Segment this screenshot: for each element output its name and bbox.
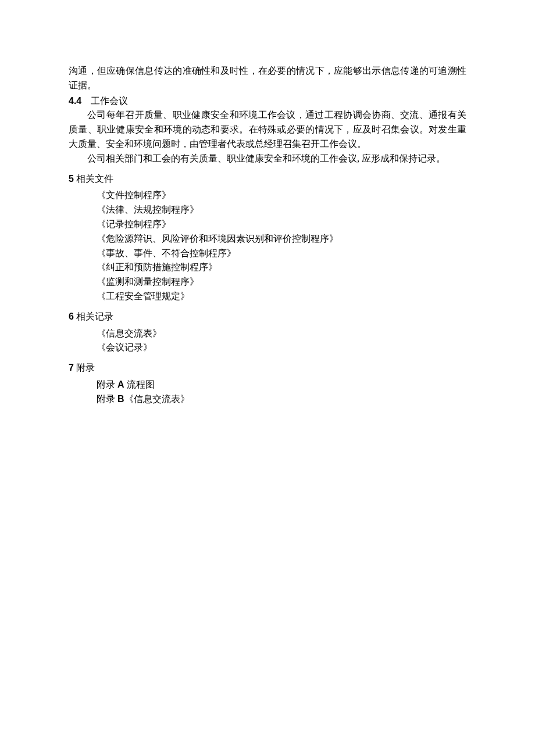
list-item: 《危险源辩识、风险评价和环境因素识别和评价控制程序》 xyxy=(69,232,466,246)
heading-title: 相关文件 xyxy=(74,174,113,184)
appendix-suffix: 《信息交流表》 xyxy=(124,394,190,404)
list-item: 《记录控制程序》 xyxy=(69,217,466,232)
heading-number: 7 xyxy=(69,363,74,372)
appendix-suffix: 流程图 xyxy=(124,379,155,389)
heading-title: 工作会议 xyxy=(91,96,128,106)
paragraph-continuation: 沟通，但应确保信息传达的准确性和及时性，在必要的情况下，应能够出示信息传递的可追… xyxy=(69,64,466,93)
heading-5: 5 相关文件 xyxy=(69,172,466,187)
list-item: 《会议记录》 xyxy=(69,341,466,355)
paragraph-4-4-2: 公司相关部门和工会的有关质量、职业健康安全和环境的工作会议, 应形成和保持记录。 xyxy=(69,152,466,166)
appendix-letter: A xyxy=(117,379,124,389)
appendix-prefix: 附录 xyxy=(97,394,117,404)
list-item: 《纠正和预防措施控制程序》 xyxy=(69,260,466,275)
heading-6: 6 相关记录 xyxy=(69,310,466,324)
list-related-documents: 《文件控制程序》 《法律、法规控制程序》 《记录控制程序》 《危险源辩识、风险评… xyxy=(69,188,466,303)
list-item: 《信息交流表》 xyxy=(69,327,466,341)
paragraph-4-4-1: 公司每年召开质量、职业健康安全和环境工作会议，通过工程协调会协商、交流、通报有关… xyxy=(69,108,466,151)
heading-title: 附录 xyxy=(74,363,95,372)
heading-number: 6 xyxy=(69,311,74,321)
list-item: 附录 A 流程图 xyxy=(69,378,466,392)
list-item: 《法律、法规控制程序》 xyxy=(69,203,466,217)
list-item: 《监测和测量控制程序》 xyxy=(69,275,466,289)
appendix-prefix: 附录 xyxy=(97,379,117,389)
document-page: 沟通，但应确保信息传达的准确性和及时性，在必要的情况下，应能够出示信息传递的可追… xyxy=(0,0,535,756)
list-appendix: 附录 A 流程图 附录 B《信息交流表》 xyxy=(69,378,466,407)
list-item: 《工程安全管理规定》 xyxy=(69,289,466,304)
list-item: 附录 B《信息交流表》 xyxy=(69,392,466,407)
heading-number: 5 xyxy=(69,174,74,184)
list-item: 《事故、事件、不符合控制程序》 xyxy=(69,246,466,261)
heading-title: 相关记录 xyxy=(74,311,113,321)
heading-7: 7 附录 xyxy=(69,361,466,375)
list-related-records: 《信息交流表》 《会议记录》 xyxy=(69,327,466,356)
appendix-letter: B xyxy=(117,394,124,404)
list-item: 《文件控制程序》 xyxy=(69,188,466,203)
heading-number: 4.4 xyxy=(69,96,81,106)
heading-4-4: 4.4 工作会议 xyxy=(69,94,466,109)
